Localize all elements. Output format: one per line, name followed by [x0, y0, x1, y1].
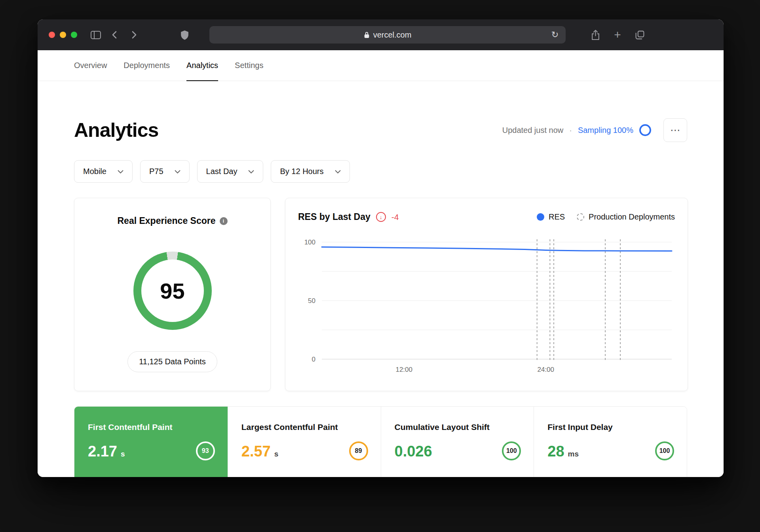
chart-legend: RES Production Deployments: [537, 212, 675, 222]
metric-score-badge: 93: [196, 441, 215, 460]
metric-title: First Contentful Paint: [88, 422, 214, 432]
header-meta: Updated just now · Sampling 100% ⋯: [502, 118, 687, 142]
svg-text:12:00: 12:00: [395, 366, 412, 373]
project-nav: Overview Deployments Analytics Settings: [38, 50, 724, 81]
content: Analytics Updated just now · Sampling 10…: [38, 81, 724, 477]
metric-title: First Input Delay: [547, 422, 673, 432]
tab-settings-label: Settings: [235, 61, 263, 70]
chevron-down-icon: [335, 170, 341, 174]
device-filter-label: Mobile: [83, 167, 106, 176]
sidebar-toggle-button[interactable]: [88, 27, 103, 42]
arrow-down-circle-icon: ↓: [376, 212, 386, 222]
refresh-button[interactable]: ↻: [547, 26, 562, 44]
metric-unit: ms: [568, 450, 579, 458]
legend-item-production-deployments[interactable]: Production Deployments: [577, 212, 675, 222]
minimize-window-button[interactable]: [60, 32, 66, 38]
metric-card-cumulative-layout-shift[interactable]: Cumulative Layout Shift 0.026 100: [381, 407, 534, 477]
shield-icon: [180, 30, 189, 40]
metric-score-badge: 100: [655, 441, 674, 460]
metric-value: 0.026: [395, 443, 432, 460]
chart-card-title: RES by Last Day: [298, 212, 370, 222]
tab-deployments[interactable]: Deployments: [124, 50, 170, 81]
chart-card-header: RES by Last Day ↓ -4 RES Production: [298, 212, 675, 222]
metric-title: Largest Contentful Paint: [241, 422, 367, 432]
device-filter-dropdown[interactable]: Mobile: [74, 160, 133, 183]
interval-filter-label: By 12 Hours: [280, 167, 323, 176]
svg-text:0: 0: [312, 356, 315, 363]
tab-settings[interactable]: Settings: [235, 50, 263, 81]
close-window-button[interactable]: [49, 32, 55, 38]
deployments-dashed-circle-icon: [577, 213, 584, 221]
legend-deployments-label: Production Deployments: [589, 212, 675, 222]
meta-separator: ·: [569, 126, 572, 135]
metric-score-badge: 89: [349, 441, 368, 460]
metric-value-row: 28 ms: [547, 443, 673, 460]
metric-unit: s: [274, 450, 279, 458]
browser-chrome: vercel.com ↻ +: [38, 19, 724, 50]
new-tab-button[interactable]: +: [610, 27, 625, 42]
metric-score-badge: 100: [502, 441, 521, 460]
svg-text:24:00: 24:00: [537, 366, 554, 373]
ellipsis-icon: ⋯: [670, 124, 680, 136]
metric-value: 2.57: [241, 443, 271, 460]
web-vitals-row: First Contentful Paint 2.17 s 93 Largest…: [74, 406, 687, 477]
chevron-down-icon: [248, 170, 254, 174]
svg-text:50: 50: [308, 297, 315, 305]
res-score-value: 95: [160, 278, 184, 304]
tab-overview[interactable]: Overview: [74, 50, 107, 81]
metric-card-largest-contentful-paint[interactable]: Largest Contentful Paint 2.57 s 89: [228, 407, 381, 477]
sampling-rate-indicator: [639, 124, 651, 136]
tab-analytics[interactable]: Analytics: [186, 50, 218, 81]
data-points-pill: 11,125 Data Points: [127, 351, 217, 372]
res-card-title: Real Experience Score: [117, 216, 215, 226]
vercel-analytics-page: Overview Deployments Analytics Settings …: [38, 50, 724, 477]
sidebar-icon: [91, 31, 101, 39]
metric-title: Cumulative Layout Shift: [395, 422, 521, 432]
chevron-left-icon: [110, 30, 119, 40]
percentile-filter-dropdown[interactable]: P75: [140, 160, 190, 183]
url-text: vercel.com: [373, 30, 412, 40]
info-icon[interactable]: i: [220, 217, 228, 225]
metric-card-first-input-delay[interactable]: First Input Delay 28 ms 100: [534, 407, 687, 477]
tab-analytics-label: Analytics: [186, 61, 218, 70]
forward-button[interactable]: [126, 27, 141, 42]
browser-window: vercel.com ↻ +: [38, 19, 724, 477]
share-button[interactable]: [588, 27, 603, 42]
metric-value-row: 2.17 s: [88, 443, 214, 460]
res-by-last-day-card: RES by Last Day ↓ -4 RES Production: [285, 198, 688, 391]
res-series-dot-icon: [537, 213, 544, 221]
timerange-filter-dropdown[interactable]: Last Day: [197, 160, 264, 183]
legend-res-label: RES: [549, 212, 565, 222]
plus-icon: +: [614, 29, 621, 41]
page-header: Analytics Updated just now · Sampling 10…: [74, 118, 687, 142]
tab-deployments-label: Deployments: [124, 61, 170, 70]
chrome-actions: +: [588, 27, 647, 42]
res-score-gauge: 95: [133, 252, 212, 330]
metric-value: 28: [547, 443, 564, 460]
res-card-header: Real Experience Score i: [117, 216, 227, 226]
zoom-window-button[interactable]: [71, 32, 77, 38]
back-button[interactable]: [107, 27, 122, 42]
more-options-button[interactable]: ⋯: [663, 118, 687, 142]
tab-overview-button[interactable]: [632, 27, 647, 42]
chevron-down-icon: [118, 170, 124, 174]
sampling-link[interactable]: Sampling 100%: [578, 126, 633, 135]
analytics-cards-row: Real Experience Score i 95 11,125 Data P…: [74, 198, 687, 391]
traffic-lights: [49, 32, 77, 38]
metric-value-row: 2.57 s: [241, 443, 367, 460]
metric-value: 2.17: [88, 443, 117, 460]
privacy-shield-button[interactable]: [177, 27, 192, 42]
interval-filter-dropdown[interactable]: By 12 Hours: [271, 160, 350, 183]
metric-value-row: 0.026: [395, 443, 521, 460]
metric-card-first-contentful-paint[interactable]: First Contentful Paint 2.17 s 93: [74, 407, 228, 477]
svg-text:100: 100: [304, 239, 315, 246]
page-title: Analytics: [74, 119, 158, 142]
chart-title-group: RES by Last Day ↓ -4: [298, 212, 399, 222]
chevron-down-icon: [175, 170, 180, 174]
filter-bar: Mobile P75 Last Day By 12 Hours: [74, 160, 687, 183]
timerange-filter-label: Last Day: [206, 167, 238, 176]
url-field[interactable]: vercel.com ↻: [209, 26, 566, 44]
legend-item-res[interactable]: RES: [537, 212, 565, 222]
updated-text: Updated just now: [502, 126, 564, 135]
res-chart-area: 10050012:0024:00: [298, 237, 675, 375]
